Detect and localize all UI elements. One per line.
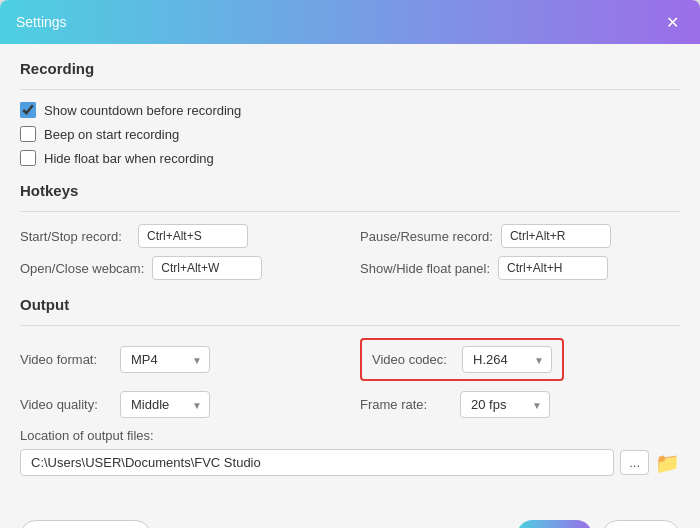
hotkey-pause-resume-label: Pause/Resume record: [360, 229, 493, 244]
video-codec-label: Video codec: [372, 352, 452, 367]
checkbox-row-2: Beep on start recording [20, 126, 680, 142]
beep-on-start-checkbox[interactable] [20, 126, 36, 142]
output-section: Output Video format: MP4 AVI MOV FLV TS … [20, 296, 680, 476]
show-countdown-label: Show countdown before recording [44, 103, 241, 118]
hide-float-bar-label: Hide float bar when recording [44, 151, 214, 166]
folder-icon[interactable]: 📁 [655, 451, 680, 475]
cancel-button[interactable]: Cancel [602, 520, 680, 528]
hotkey-pause-resume-input[interactable] [501, 224, 611, 248]
checkbox-row-1: Show countdown before recording [20, 102, 680, 118]
content-area: Recording Show countdown before recordin… [0, 44, 700, 508]
video-format-label: Video format: [20, 352, 110, 367]
video-format-row: Video format: MP4 AVI MOV FLV TS MKV GIF… [20, 338, 340, 381]
output-grid-row1: Video format: MP4 AVI MOV FLV TS MKV GIF… [20, 338, 680, 418]
video-codec-highlight-box: Video codec: H.264 H.265 MPEG-4 ▼ [360, 338, 564, 381]
video-format-select-wrapper: MP4 AVI MOV FLV TS MKV GIF ▼ [120, 346, 210, 373]
checkbox-row-3: Hide float bar when recording [20, 150, 680, 166]
settings-dialog: Settings ✕ Recording Show countdown befo… [0, 0, 700, 528]
frame-rate-row: Frame rate: 20 fps 24 fps 30 fps 60 fps … [360, 391, 680, 418]
ok-button[interactable]: OK [517, 520, 592, 528]
recording-section-title: Recording [20, 60, 680, 77]
hotkey-open-close-webcam-input[interactable] [152, 256, 262, 280]
frame-rate-select-wrapper: 20 fps 24 fps 30 fps 60 fps ▼ [460, 391, 550, 418]
frame-rate-select[interactable]: 20 fps 24 fps 30 fps 60 fps [460, 391, 550, 418]
output-divider [20, 325, 680, 326]
video-format-select[interactable]: MP4 AVI MOV FLV TS MKV GIF [120, 346, 210, 373]
hotkey-start-stop-label: Start/Stop record: [20, 229, 130, 244]
location-section: Location of output files: ... 📁 [20, 428, 680, 476]
hotkey-pause-resume: Pause/Resume record: [360, 224, 680, 248]
hotkey-open-close-webcam-label: Open/Close webcam: [20, 261, 144, 276]
recording-section: Recording Show countdown before recordin… [20, 60, 680, 166]
beep-on-start-label: Beep on start recording [44, 127, 179, 142]
hotkey-show-hide-float-label: Show/Hide float panel: [360, 261, 490, 276]
reset-to-default-button[interactable]: Reset to Default [20, 520, 151, 528]
hide-float-bar-checkbox[interactable] [20, 150, 36, 166]
video-codec-select[interactable]: H.264 H.265 MPEG-4 [462, 346, 552, 373]
video-quality-select-wrapper: High Middle Low ▼ [120, 391, 210, 418]
video-quality-label: Video quality: [20, 397, 110, 412]
output-section-title: Output [20, 296, 680, 313]
video-codec-row: Video codec: H.264 H.265 MPEG-4 ▼ [360, 338, 680, 381]
hotkey-show-hide-float-input[interactable] [498, 256, 608, 280]
footer-right-buttons: OK Cancel [517, 520, 680, 528]
hotkey-open-close-webcam: Open/Close webcam: [20, 256, 340, 280]
browse-dots-button[interactable]: ... [620, 450, 649, 475]
hotkey-start-stop-input[interactable] [138, 224, 248, 248]
hotkey-show-hide-float: Show/Hide float panel: [360, 256, 680, 280]
video-quality-row: Video quality: High Middle Low ▼ [20, 391, 340, 418]
close-button[interactable]: ✕ [660, 10, 684, 34]
location-label: Location of output files: [20, 428, 680, 443]
hotkeys-grid: Start/Stop record: Pause/Resume record: … [20, 224, 680, 280]
hotkey-start-stop: Start/Stop record: [20, 224, 340, 248]
show-countdown-checkbox[interactable] [20, 102, 36, 118]
frame-rate-label: Frame rate: [360, 397, 450, 412]
hotkeys-section-title: Hotkeys [20, 182, 680, 199]
footer: Reset to Default OK Cancel [0, 508, 700, 528]
recording-divider [20, 89, 680, 90]
location-input[interactable] [20, 449, 614, 476]
hotkeys-section: Hotkeys Start/Stop record: Pause/Resume … [20, 182, 680, 280]
location-row: ... 📁 [20, 449, 680, 476]
titlebar: Settings ✕ [0, 0, 700, 44]
dialog-title: Settings [16, 14, 67, 30]
hotkeys-divider [20, 211, 680, 212]
video-quality-select[interactable]: High Middle Low [120, 391, 210, 418]
video-codec-select-wrapper: H.264 H.265 MPEG-4 ▼ [462, 346, 552, 373]
